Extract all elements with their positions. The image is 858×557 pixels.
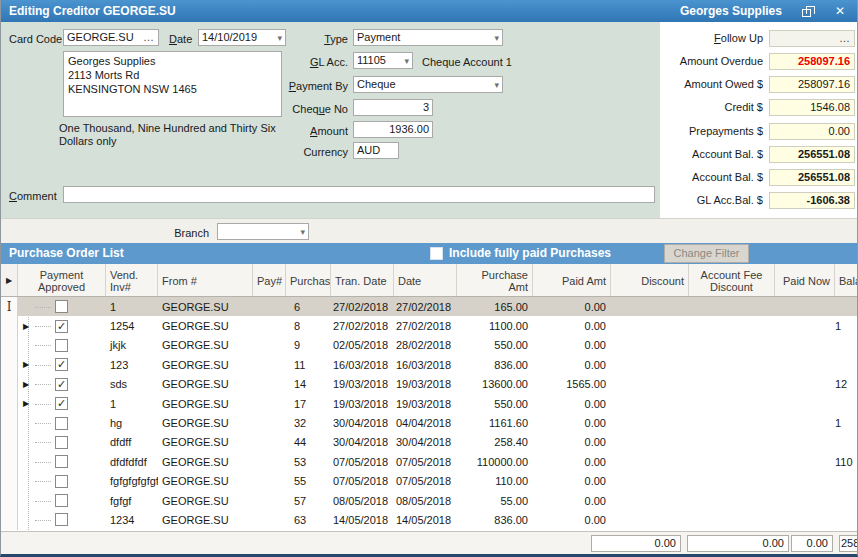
cell-balance: 110: [835, 452, 858, 471]
cell-account-fee-discount: [689, 491, 775, 510]
gl-acc-select[interactable]: 11105 ▾: [353, 52, 413, 69]
type-select[interactable]: Payment ▾: [353, 29, 503, 46]
cell-balance: 1: [835, 413, 858, 432]
include-fully-paid-checkbox[interactable]: [430, 247, 443, 260]
prepayments-value: 0.00: [769, 123, 855, 140]
table-row[interactable]: fgfgfgfgfgfGEORGE.SU5507/05/201807/05/20…: [1, 472, 858, 491]
table-row[interactable]: I1GEORGE.SU627/02/201827/02/2018165.000.…: [1, 297, 858, 316]
cell-tran-date: 08/05/2018: [331, 491, 394, 510]
payment-approved-checkbox[interactable]: [55, 417, 68, 430]
cell-purchase-amt: 1100.00: [457, 316, 533, 335]
column-header-purchase[interactable]: Purchase#: [286, 264, 331, 297]
table-row[interactable]: ▶✓sdsGEORGE.SU1419/03/201819/03/20181360…: [1, 375, 858, 394]
cell-tran-date: 27/02/2018: [331, 297, 394, 316]
payment-approved-checkbox[interactable]: [55, 475, 68, 488]
cell-tran-date: 27/02/2018: [331, 316, 394, 335]
account-bal-2-value: 256551.08: [769, 169, 855, 186]
table-row[interactable]: ▶✓1GEORGE.SU1719/03/201819/03/2018550.00…: [1, 394, 858, 413]
credit-label: Credit $: [660, 99, 763, 116]
table-row[interactable]: jkjkGEORGE.SU902/05/201828/02/2018550.00…: [1, 336, 858, 355]
amount-label: Amount: [261, 123, 348, 139]
cell-vend-inv: dfdfdfdf: [106, 452, 158, 471]
cell-approved: [18, 472, 106, 491]
payment-approved-checkbox[interactable]: [55, 300, 68, 313]
column-header-balance[interactable]: Balance: [835, 264, 858, 297]
payment-approved-checkbox[interactable]: ✓: [55, 378, 68, 391]
payment-approved-checkbox[interactable]: [55, 455, 68, 468]
cell-pay: [253, 355, 286, 374]
table-row[interactable]: dfdfdfdfGEORGE.SU5307/05/201807/05/20181…: [1, 452, 858, 471]
expand-arrow-icon[interactable]: ▶: [23, 360, 35, 369]
date-label: Date: [169, 31, 192, 47]
payment-approved-checkbox[interactable]: [55, 494, 68, 507]
cell-tran-date: 30/04/2018: [331, 413, 394, 432]
column-header-pay[interactable]: Pay#: [253, 264, 286, 297]
payment-approved-checkbox[interactable]: ✓: [55, 320, 68, 333]
cell-paid-now: [775, 472, 835, 491]
column-header-paid-amt[interactable]: Paid Amt: [533, 264, 611, 297]
cell-balance: [835, 355, 858, 374]
column-header-approved[interactable]: Payment Approved: [18, 264, 106, 297]
cell-purchase-amt: 1161.60: [457, 413, 533, 432]
cheque-no-field[interactable]: 3: [353, 99, 433, 116]
cell-from: GEORGE.SU: [158, 355, 253, 374]
card-code-field[interactable]: GEORGE.SU …: [63, 29, 159, 46]
table-row[interactable]: ▶✓1254GEORGE.SU827/02/201827/02/20181100…: [1, 316, 858, 335]
column-header-purchase-amt[interactable]: Purchase Amt: [457, 264, 533, 297]
account-bal-label: Account Bal. $: [660, 146, 763, 163]
cell-discount: [611, 297, 689, 316]
row-indicator-header: ▶: [1, 264, 18, 297]
expand-arrow-icon[interactable]: ▶: [23, 399, 35, 408]
amount-owed-label: Amount Owed $: [660, 76, 763, 93]
row-indicator-cell: [1, 375, 18, 394]
creditor-address-box[interactable]: Georges Supplies 2113 Morts Rd KENSINGTO…: [63, 51, 282, 117]
payment-approved-checkbox[interactable]: ✓: [55, 397, 68, 410]
column-header-tran-date[interactable]: Tran. Date: [331, 264, 394, 297]
branch-select[interactable]: ▾: [217, 223, 309, 240]
tree-dots: [35, 404, 51, 405]
column-header-account-fee-discount[interactable]: Account Fee Discount: [689, 264, 775, 297]
expand-arrow-icon[interactable]: ▶: [23, 322, 35, 331]
cell-purchase-amt: 836.00: [457, 510, 533, 529]
cell-paid-amt: 0.00: [533, 510, 611, 529]
table-row[interactable]: dfdffGEORGE.SU4430/04/201830/04/2018258.…: [1, 433, 858, 452]
currency-field[interactable]: AUD: [353, 142, 399, 159]
column-header-paid-now[interactable]: Paid Now: [775, 264, 835, 297]
expand-arrow-icon[interactable]: ▶: [23, 380, 35, 389]
cell-date: 08/05/2018: [394, 491, 457, 510]
gl-acc-label: GL Acc.: [281, 54, 348, 70]
card-code-lookup-icon[interactable]: …: [143, 30, 155, 45]
table-row[interactable]: fgfgfGEORGE.SU5708/05/201808/05/201855.0…: [1, 491, 858, 510]
payment-approved-checkbox[interactable]: [55, 436, 68, 449]
column-header-discount[interactable]: Discount: [611, 264, 689, 297]
amount-field[interactable]: 1936.00: [353, 121, 433, 138]
comment-field[interactable]: [63, 186, 655, 203]
purchase-table-body: I1GEORGE.SU627/02/201827/02/2018165.000.…: [1, 297, 858, 531]
column-header-date[interactable]: Date: [394, 264, 457, 297]
payment-by-select[interactable]: Cheque ▾: [353, 76, 503, 93]
cell-paid-now: [775, 452, 835, 471]
table-row[interactable]: 1234GEORGE.SU6314/05/201814/05/2018836.0…: [1, 510, 858, 529]
follow-up-field[interactable]: …: [769, 30, 855, 47]
column-header-vend-inv[interactable]: Vend. Inv#: [106, 264, 158, 297]
restore-icon[interactable]: [802, 6, 815, 17]
table-row[interactable]: ▶✓123GEORGE.SU1116/03/201816/03/2018836.…: [1, 355, 858, 374]
credit-value: 1546.08: [769, 99, 855, 116]
table-row[interactable]: hgGEORGE.SU3230/04/201804/04/20181161.60…: [1, 413, 858, 432]
cell-balance: [835, 297, 858, 316]
payment-approved-checkbox[interactable]: ✓: [55, 358, 68, 371]
cell-paid-amt: 0.00: [533, 355, 611, 374]
change-filter-button[interactable]: Change Filter: [664, 244, 749, 263]
cell-date: 04/04/2018: [394, 413, 457, 432]
row-indicator-cell: [1, 472, 18, 491]
date-select[interactable]: 14/10/2019 ▾: [198, 29, 286, 46]
payment-approved-checkbox[interactable]: [55, 513, 68, 526]
payment-approved-checkbox[interactable]: [55, 339, 68, 352]
follow-up-lookup-icon[interactable]: …: [839, 32, 850, 44]
close-icon[interactable]: ✕: [829, 4, 851, 18]
column-header-from[interactable]: From #: [158, 264, 253, 297]
purchase-order-list-band: Purchase Order List Include fully paid P…: [1, 243, 858, 264]
tree-dots: [35, 326, 51, 327]
cell-paid-amt: 0.00: [533, 433, 611, 452]
cell-paid-now: [775, 336, 835, 355]
